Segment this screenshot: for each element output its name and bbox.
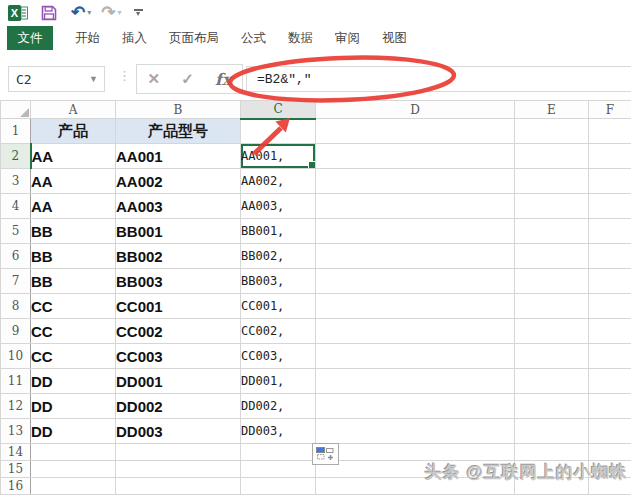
cell-D8[interactable] bbox=[316, 294, 515, 319]
cell-C5[interactable]: BB001, bbox=[241, 219, 316, 244]
cell-A16[interactable] bbox=[31, 478, 116, 495]
enter-icon[interactable]: ✓ bbox=[181, 70, 194, 88]
cell-E3[interactable] bbox=[515, 169, 589, 194]
cell-A2[interactable]: AA bbox=[31, 144, 116, 169]
cell-F2[interactable] bbox=[589, 144, 631, 169]
cell-E13[interactable] bbox=[515, 419, 589, 444]
tab-insert[interactable]: 插入 bbox=[122, 30, 147, 47]
cell-F10[interactable] bbox=[589, 344, 631, 369]
undo-dropdown-caret-icon[interactable]: ▾ bbox=[87, 8, 91, 17]
cell-C11[interactable]: DD001, bbox=[241, 369, 316, 394]
cell-A10[interactable]: CC bbox=[31, 344, 116, 369]
cell-C6[interactable]: BB002, bbox=[241, 244, 316, 269]
cell-B16[interactable] bbox=[116, 478, 241, 495]
cell-A1[interactable]: 产品 bbox=[31, 119, 116, 144]
cell-B12[interactable]: DD002 bbox=[116, 394, 241, 419]
cell-A7[interactable]: BB bbox=[31, 269, 116, 294]
cell-C9[interactable]: CC002, bbox=[241, 319, 316, 344]
cell-A9[interactable]: CC bbox=[31, 319, 116, 344]
cell-E1[interactable] bbox=[515, 119, 589, 144]
cell-E7[interactable] bbox=[515, 269, 589, 294]
cell-B3[interactable]: AA002 bbox=[116, 169, 241, 194]
row-header-12[interactable]: 12 bbox=[1, 394, 31, 419]
cell-D13[interactable] bbox=[316, 419, 515, 444]
cell-E14[interactable] bbox=[515, 444, 589, 461]
cell-F7[interactable] bbox=[589, 269, 631, 294]
cell-E4[interactable] bbox=[515, 194, 589, 219]
cell-F3[interactable] bbox=[589, 169, 631, 194]
row-header-16[interactable]: 16 bbox=[1, 478, 31, 495]
auto-fill-options-button[interactable] bbox=[312, 443, 339, 465]
cell-D6[interactable] bbox=[316, 244, 515, 269]
cell-E5[interactable] bbox=[515, 219, 589, 244]
cell-C1[interactable] bbox=[241, 119, 316, 144]
cell-A15[interactable] bbox=[31, 461, 116, 478]
cell-E9[interactable] bbox=[515, 319, 589, 344]
insert-function-icon[interactable]: fx bbox=[215, 70, 231, 89]
cell-B1[interactable]: 产品型号 bbox=[116, 119, 241, 144]
cell-F4[interactable] bbox=[589, 194, 631, 219]
cell-E8[interactable] bbox=[515, 294, 589, 319]
cell-A4[interactable]: AA bbox=[31, 194, 116, 219]
cell-C3[interactable]: AA002, bbox=[241, 169, 316, 194]
row-header-7[interactable]: 7 bbox=[1, 269, 31, 294]
cell-D7[interactable] bbox=[316, 269, 515, 294]
cell-B14[interactable] bbox=[116, 444, 241, 461]
row-header-13[interactable]: 13 bbox=[1, 419, 31, 444]
cell-D10[interactable] bbox=[316, 344, 515, 369]
cell-C2[interactable]: AA001, bbox=[241, 144, 316, 169]
cell-F6[interactable] bbox=[589, 244, 631, 269]
cell-E2[interactable] bbox=[515, 144, 589, 169]
cell-D11[interactable] bbox=[316, 369, 515, 394]
cell-C14[interactable] bbox=[241, 444, 316, 461]
cell-B11[interactable]: DD001 bbox=[116, 369, 241, 394]
cell-F8[interactable] bbox=[589, 294, 631, 319]
cell-D1[interactable] bbox=[316, 119, 515, 144]
column-header-D[interactable]: D bbox=[316, 101, 515, 119]
tab-page-layout[interactable]: 页面布局 bbox=[169, 30, 219, 47]
cell-F1[interactable] bbox=[589, 119, 631, 144]
tab-view[interactable]: 视图 bbox=[382, 30, 407, 47]
row-header-4[interactable]: 4 bbox=[1, 194, 31, 219]
name-box-dropdown-icon[interactable]: ▼ bbox=[89, 74, 104, 84]
cell-F5[interactable] bbox=[589, 219, 631, 244]
cell-B8[interactable]: CC001 bbox=[116, 294, 241, 319]
cell-D12[interactable] bbox=[316, 394, 515, 419]
cell-B4[interactable]: AA003 bbox=[116, 194, 241, 219]
cell-A5[interactable]: BB bbox=[31, 219, 116, 244]
select-all-corner[interactable] bbox=[1, 101, 31, 119]
cell-D3[interactable] bbox=[316, 169, 515, 194]
row-header-9[interactable]: 9 bbox=[1, 319, 31, 344]
cell-A3[interactable]: AA bbox=[31, 169, 116, 194]
cancel-icon[interactable]: ✕ bbox=[148, 70, 161, 88]
cell-B2[interactable]: AA001 bbox=[116, 144, 241, 169]
cell-C15[interactable] bbox=[241, 461, 316, 478]
row-header-11[interactable]: 11 bbox=[1, 369, 31, 394]
cell-D9[interactable] bbox=[316, 319, 515, 344]
cell-F14[interactable] bbox=[589, 444, 631, 461]
column-header-B[interactable]: B bbox=[116, 101, 241, 119]
row-header-8[interactable]: 8 bbox=[1, 294, 31, 319]
redo-icon[interactable]: ↷ bbox=[101, 4, 115, 21]
cell-B13[interactable]: DD003 bbox=[116, 419, 241, 444]
row-header-2[interactable]: 2 bbox=[1, 144, 31, 169]
cell-E12[interactable] bbox=[515, 394, 589, 419]
cell-D2[interactable] bbox=[316, 144, 515, 169]
row-header-3[interactable]: 3 bbox=[1, 169, 31, 194]
row-header-15[interactable]: 15 bbox=[1, 461, 31, 478]
tab-data[interactable]: 数据 bbox=[288, 30, 313, 47]
column-header-C[interactable]: C bbox=[241, 101, 316, 119]
name-box[interactable]: C2 ▼ bbox=[8, 66, 105, 92]
cell-C8[interactable]: CC001, bbox=[241, 294, 316, 319]
column-header-A[interactable]: A bbox=[31, 101, 116, 119]
cell-A8[interactable]: CC bbox=[31, 294, 116, 319]
cell-F12[interactable] bbox=[589, 394, 631, 419]
cell-C13[interactable]: DD003, bbox=[241, 419, 316, 444]
cell-C10[interactable]: CC003, bbox=[241, 344, 316, 369]
redo-dropdown-caret-icon[interactable]: ▾ bbox=[118, 8, 122, 17]
row-header-10[interactable]: 10 bbox=[1, 344, 31, 369]
tab-file[interactable]: 文件 bbox=[7, 26, 53, 50]
tab-home[interactable]: 开始 bbox=[75, 30, 100, 47]
tab-formulas[interactable]: 公式 bbox=[241, 30, 266, 47]
column-header-E[interactable]: E bbox=[515, 101, 589, 119]
